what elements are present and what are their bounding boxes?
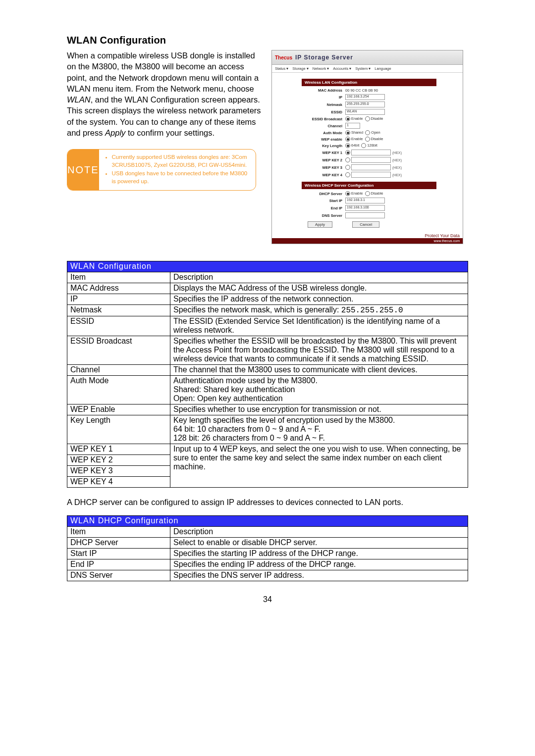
radio-wep-en[interactable]: [345, 137, 350, 142]
note-bullet: USB dongles have to be connected before …: [112, 170, 251, 185]
radio-dhcp-dis[interactable]: [365, 191, 370, 196]
menu-item[interactable]: Accounts ▾: [333, 66, 351, 71]
lbl-wep2: WEP KEY 2: [302, 158, 345, 162]
radio-wep1[interactable]: [345, 150, 350, 155]
netmask-field[interactable]: 255.255.255.0: [345, 101, 385, 107]
lbl-channel: Channel: [302, 124, 345, 128]
t1-desc: Specifies whether to use encryption for …: [170, 404, 468, 415]
intro-em-2: Apply: [105, 128, 125, 137]
shot-logo: Thecus: [275, 55, 292, 60]
t2-desc: Specifies the DNS server IP address.: [170, 570, 468, 581]
lbl-wep3: WEP KEY 3: [302, 165, 345, 170]
shot-title: IP Storage Server: [295, 54, 353, 61]
txt-shared: Shared: [351, 130, 363, 135]
startip-field[interactable]: 192.168.3.1: [345, 198, 385, 203]
essid-field[interactable]: WLAN: [345, 109, 385, 115]
t1-item: ESSID: [67, 316, 170, 336]
shot-section-2: Wireless DHCP Server Configuration: [302, 182, 436, 189]
lbl-wep4: WEP KEY 4: [302, 173, 345, 177]
txt-64: 64bit: [351, 143, 359, 148]
intro-text-3: to confirm your settings.: [125, 128, 214, 137]
txt-enable3: Enable: [351, 191, 363, 196]
menu-item[interactable]: Storage ▾: [292, 66, 308, 71]
shot-footer-2: www.thecus.com: [272, 238, 463, 244]
shot-section-1: Wireless LAN Configuration: [302, 79, 436, 86]
t1-wep-item: WEP KEY 3: [67, 466, 170, 477]
txt-enable: Enable: [351, 116, 363, 121]
txt-open: Open: [371, 130, 380, 135]
table2-title: WLAN DHCP Configuration: [67, 516, 468, 527]
radio-wep2[interactable]: [345, 157, 350, 162]
wep1-field[interactable]: [351, 150, 391, 155]
wep2-field[interactable]: [351, 157, 391, 163]
radio-disable[interactable]: [365, 116, 370, 121]
t1-wep-item: WEP KEY 2: [67, 455, 170, 466]
hex1: (HEX): [392, 151, 402, 154]
t1-item: ESSID Broadcast: [67, 336, 170, 365]
txt-128: 128bit: [367, 143, 377, 148]
radio-128[interactable]: [361, 143, 366, 148]
t1-item: Key Length: [67, 415, 170, 444]
t1-desc-mono: 255.255.255.0: [341, 306, 403, 315]
th-desc: Description: [170, 527, 468, 538]
menu-item[interactable]: Status ▾: [275, 66, 288, 71]
t1-desc: Key length specifies the level of encryp…: [170, 415, 468, 444]
ip-field[interactable]: 192.168.3.254: [345, 94, 385, 100]
radio-wep4[interactable]: [345, 172, 350, 177]
t2-item: Start IP: [67, 549, 170, 559]
radio-64[interactable]: [345, 143, 350, 148]
txt-disable: Disable: [371, 116, 383, 121]
radio-dhcp-en[interactable]: [345, 191, 350, 196]
lbl-essidb: ESSID Broadcast: [302, 117, 345, 121]
channel-field[interactable]: 1: [345, 123, 360, 129]
wlan-dhcp-table: WLAN DHCP Configuration ItemDescription …: [67, 515, 468, 581]
t1-desc: Displays the MAC Address of the USB wire…: [170, 283, 468, 294]
lbl-essid: ESSID: [302, 110, 345, 114]
lbl-dhcp: DHCP Server: [302, 192, 345, 196]
top-row: When a compatible wireless USB dongle is…: [67, 50, 468, 244]
intro-em-1: WLAN: [67, 95, 91, 104]
page-title: WLAN Configuration: [67, 35, 468, 46]
t1-desc: Specifies the network mask, which is gen…: [170, 305, 468, 316]
t1-item: Netmask: [67, 305, 170, 316]
wep3-field[interactable]: [351, 164, 391, 170]
wlan-config-table: WLAN Configuration ItemDescription MAC A…: [67, 261, 468, 488]
intro-paragraph: When a compatible wireless USB dongle is…: [67, 50, 263, 138]
menu-item[interactable]: Language: [374, 66, 391, 71]
t1-desc: The ESSID (Extended Service Set Identifi…: [170, 316, 468, 336]
intro-text-1: When a compatible wireless USB dongle is…: [67, 51, 259, 93]
shot-footer-1: Protect Your Data: [272, 232, 463, 238]
t2-desc: Specifies the starting IP address of the…: [170, 549, 468, 559]
t1-desc: Specifies whether the ESSID will be broa…: [170, 336, 468, 365]
val-mac: 00 90 CC CB 0B 90: [345, 88, 378, 93]
lbl-netmask: Netmask: [302, 102, 345, 107]
lbl-wep: WEP enable: [302, 137, 345, 142]
hex4: (HEX): [392, 173, 402, 177]
menu-item[interactable]: System ▾: [355, 66, 371, 71]
endip-field[interactable]: 192.168.3.100: [345, 205, 385, 211]
wep4-field[interactable]: [351, 172, 391, 178]
lbl-auth: Auth Mode: [302, 131, 345, 135]
radio-wep3[interactable]: [345, 165, 350, 170]
apply-button[interactable]: Apply: [308, 221, 332, 228]
t1-desc: Authentication mode used by the M3800. S…: [170, 376, 468, 404]
radio-open[interactable]: [365, 130, 370, 135]
page-number: 34: [67, 595, 468, 604]
shot-body: Wireless LAN Configuration MAC Address00…: [272, 73, 463, 232]
mid-paragraph: A DHCP server can be configured to assig…: [67, 497, 468, 507]
shot-menu: Status ▾ Storage ▾ Network ▾ Accounts ▾ …: [272, 65, 463, 73]
t1-wep-desc: Input up to 4 WEP keys, and select the o…: [170, 444, 468, 488]
lbl-wep1: WEP KEY 1: [302, 151, 345, 155]
menu-item[interactable]: Network ▾: [313, 66, 329, 71]
page: WLAN Configuration When a compatible wir…: [0, 0, 535, 624]
cancel-button[interactable]: Cancel: [352, 221, 379, 228]
radio-wep-dis[interactable]: [365, 137, 370, 142]
th-desc: Description: [170, 272, 468, 283]
radio-enable[interactable]: [345, 116, 350, 121]
dns-field[interactable]: [345, 212, 385, 218]
lbl-dns: DNS Server: [302, 213, 345, 218]
t1-item: WEP Enable: [67, 404, 170, 415]
table1-title: WLAN Configuration: [67, 261, 468, 272]
t2-item: DNS Server: [67, 570, 170, 581]
radio-shared[interactable]: [345, 130, 350, 135]
